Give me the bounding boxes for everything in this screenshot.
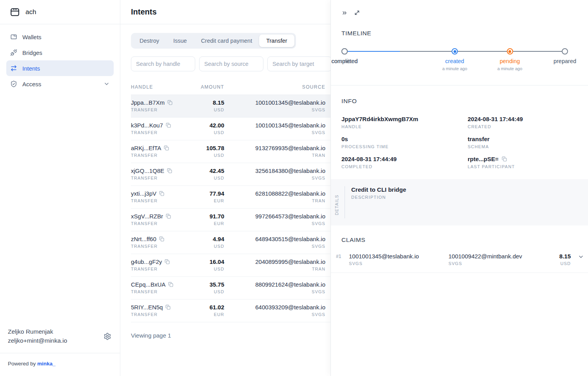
timeline-dot (452, 48, 458, 54)
tab-destroy[interactable]: Destroy (132, 35, 166, 47)
page-title: Intents (131, 7, 157, 16)
table-row[interactable]: aRKj...EfTA TRANSFER (131, 140, 333, 163)
powered-by-text: Powered by (8, 361, 36, 367)
intent-source: 2040895995@teslabank.io (224, 258, 325, 265)
powered-by: Powered by minka_ (0, 353, 120, 376)
sidebar-item-label: Bridges (22, 49, 42, 56)
copy-icon[interactable] (159, 191, 164, 196)
info-field-handle: JppaY7Rd4irkbXwmgB7Xm HANDLE (341, 116, 468, 129)
expand-diagonal-icon[interactable] (354, 10, 360, 16)
table-header: HANDLE AMOUNT SOURCE (131, 80, 333, 95)
intent-source-type: SVGS (224, 176, 325, 180)
sidebar-item-intents[interactable]: Intents (6, 60, 114, 76)
copy-icon[interactable] (166, 123, 171, 128)
copy-icon[interactable] (166, 214, 171, 219)
intent-source: 6281088822@teslabank.io (224, 190, 325, 197)
claim-source: 1001001345@teslabank.io (349, 253, 448, 260)
table-row[interactable]: zNrt...ff60 TRANSFER (131, 231, 333, 254)
info-label: PROCESSING TIME (341, 144, 468, 149)
intent-amount: 8.15 (197, 99, 224, 106)
intent-type-label: TRANSFER (131, 244, 197, 249)
intent-amount: 42.00 (197, 122, 224, 129)
intent-type-label: TRANSFER (131, 107, 197, 112)
table-row[interactable]: CEpq...BxUA TRANSFER (131, 277, 333, 300)
info-field-completed: 2024-08-31 17:44:49 COMPLETED (341, 156, 468, 169)
intent-source: 3256184380@teslabank.io (224, 167, 325, 174)
intent-source-type: TRAN (224, 198, 325, 203)
copy-icon[interactable] (167, 168, 172, 173)
sidebar-nav: Wallets Bridges Intents (0, 24, 120, 92)
table-row[interactable]: yxti...j3pV TRANSFER (131, 186, 333, 209)
intent-amount: 16.04 (197, 258, 224, 265)
sidebar: ach Wallets Bridges (0, 0, 120, 376)
intent-currency: USD (197, 289, 224, 294)
info-field-created: 2024-08-31 17:44:49 CREATED (468, 116, 577, 129)
info-grid: JppaY7Rd4irkbXwmgB7Xm HANDLE 2024-08-31 … (341, 116, 577, 169)
info-field-schema: transfer SCHEMA (468, 136, 577, 149)
copy-icon[interactable] (165, 305, 171, 310)
shield-check-icon (10, 80, 17, 87)
intent-currency: EUR (197, 221, 224, 226)
intent-type-tabs: Destroy Issue Credit card payment Transf… (131, 33, 296, 49)
copy-icon[interactable] (168, 282, 173, 287)
copy-icon[interactable] (165, 259, 170, 264)
intent-type-label: TRANSFER (131, 312, 197, 317)
timeline-step-created: created a minute ago (429, 48, 480, 71)
info-label: CREATED (468, 124, 577, 129)
intent-currency: USD (197, 107, 224, 112)
claim-row[interactable]: #1 1001001345@teslabank.io SVGS 10010094… (336, 253, 577, 266)
timeline-step-pending: pending a minute ago (485, 48, 535, 71)
copy-icon[interactable] (502, 156, 507, 162)
table-row[interactable]: Jppa...B7Xm TRANSFER (131, 95, 333, 118)
sidebar-item-wallets[interactable]: Wallets (6, 29, 114, 45)
tab-transfer[interactable]: Transfer (259, 35, 294, 47)
copy-icon[interactable] (164, 145, 169, 151)
timeline-dot (507, 48, 513, 54)
intent-amount: 77.94 (197, 190, 224, 197)
sidebar-item-access[interactable]: Access (6, 76, 114, 92)
timeline-step-time: a minute ago (497, 66, 523, 71)
copy-icon[interactable] (167, 100, 172, 105)
table-row[interactable]: xSgV...RZBr TRANSFER (131, 209, 333, 231)
search-by-source-input[interactable] (199, 56, 263, 71)
minka-brand-link[interactable]: minka_ (37, 361, 56, 367)
intent-amount: 35.75 (197, 281, 224, 288)
intent-type-label: TRANSFER (131, 198, 197, 203)
chevron-down-icon[interactable] (578, 253, 584, 260)
copy-icon[interactable] (159, 236, 164, 242)
claim-target: 1001009422@mintbank.dev (448, 253, 559, 260)
intent-currency: USD (197, 176, 224, 180)
wallet-icon (10, 33, 17, 40)
sidebar-item-label: Wallets (22, 34, 42, 40)
table-row[interactable]: g4ub...gF2y TRANSFER (131, 254, 333, 277)
table-row[interactable]: 5RIY...EN5q TRANSFER (131, 300, 333, 322)
intent-source: 1001001345@teslabank.io (224, 122, 325, 129)
search-by-handle-input[interactable] (131, 56, 195, 71)
table-row[interactable]: k3Pd...Kou7 TRANSFER (131, 118, 333, 140)
table-row[interactable]: xjGQ...1Q8E TRANSFER (131, 163, 333, 186)
intent-currency: USD (197, 130, 224, 135)
details-band: DETAILS Credit to CLI bridge DESCRIPTION (331, 179, 588, 225)
info-label: LAST PARTICIPANT (468, 164, 577, 169)
chevron-down-icon[interactable] (103, 81, 110, 87)
gear-icon[interactable] (103, 332, 111, 340)
claim-source-type: SVGS (349, 261, 448, 266)
tab-credit-card-payment[interactable]: Credit card payment (194, 35, 260, 47)
intent-amount: 61.02 (197, 304, 224, 311)
tab-issue[interactable]: Issue (166, 35, 194, 47)
intent-currency: EUR (197, 198, 224, 203)
intent-source-type: TRAN (224, 267, 325, 271)
intent-source: 1001001345@teslabank.io (224, 99, 325, 106)
claim-currency: USD (559, 261, 571, 266)
header-source: SOURCE (224, 84, 333, 90)
collapse-panel-icon[interactable] (341, 10, 348, 16)
info-value: 2024-08-31 17:44:49 (468, 116, 577, 122)
timeline-step-time: a minute ago (442, 66, 467, 71)
header-amount: AMOUNT (197, 84, 224, 90)
sidebar-item-label: Intents (22, 65, 40, 72)
intent-currency: USD (197, 244, 224, 249)
sidebar-item-bridges[interactable]: Bridges (6, 45, 114, 60)
app-logo-row: ach (0, 0, 120, 24)
info-field-last-participant: rpte...pSE= LAST PARTICIPANT (468, 156, 577, 169)
claims-heading: CLAIMS (341, 236, 577, 243)
